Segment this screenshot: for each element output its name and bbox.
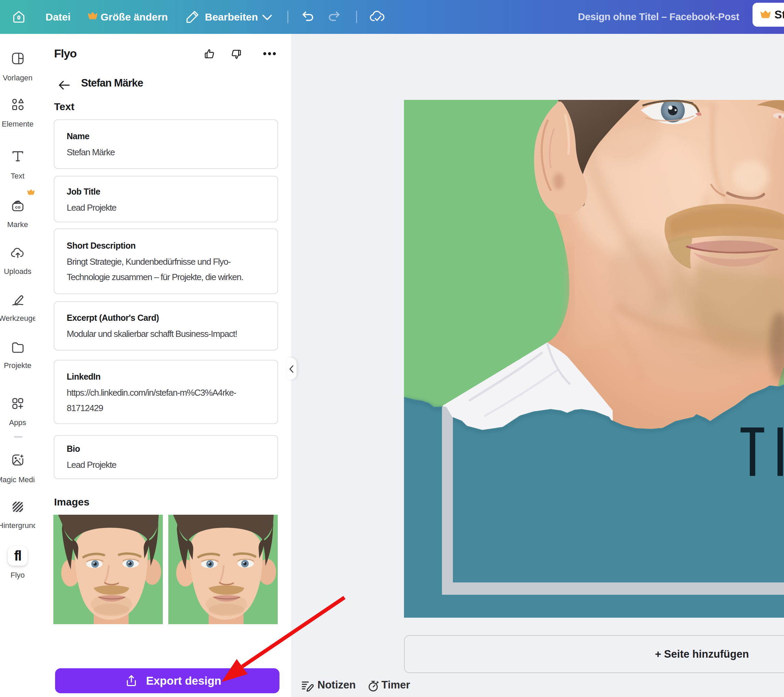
svg-text:co: co [15,204,20,210]
